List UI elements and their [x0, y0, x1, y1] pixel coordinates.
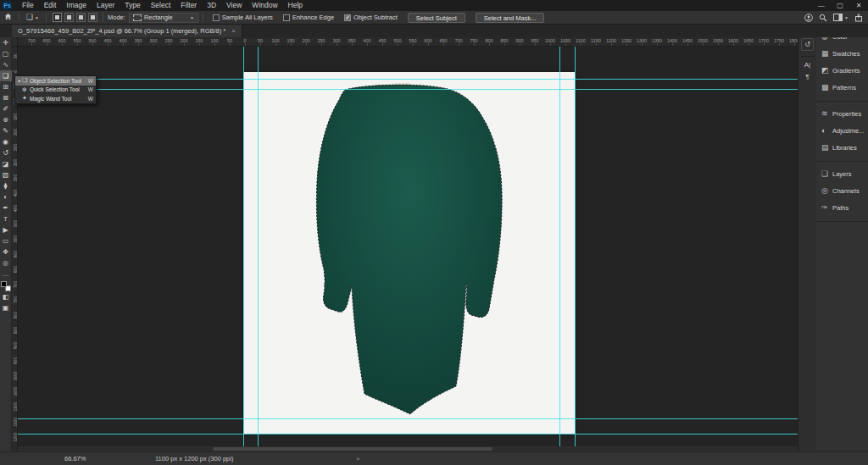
status-options-chevron[interactable]: > [356, 455, 359, 462]
panel-tab-swatches[interactable]: ▦Swatches [816, 45, 868, 62]
checkbox-sample-all-layers[interactable]: Sample All Layers [213, 14, 273, 21]
history-panel-icon[interactable]: ↺ [801, 38, 814, 51]
flyout-magic-wand-tool[interactable]: ✦Magic Wand ToolW [15, 94, 96, 103]
zoom-tool-icon[interactable]: ◎ [0, 257, 12, 268]
select-subject-button[interactable]: Select Subject [408, 13, 465, 23]
mode-dropdown[interactable]: Rectangle ▼ [129, 13, 198, 23]
quick-mask-mode-icon[interactable]: ◧ [0, 291, 12, 302]
history-brush-tool-icon[interactable]: ↺ [0, 147, 12, 158]
menu-type[interactable]: Type [120, 0, 145, 11]
type-tool-icon[interactable]: T [0, 213, 12, 224]
checkbox-box[interactable]: ✓ [344, 14, 351, 21]
eyedropper-tool-icon[interactable]: ✐ [0, 103, 12, 114]
flyout-object-selection-tool[interactable]: ●❏Object Selection ToolW [15, 76, 96, 86]
brush-tool-icon[interactable]: ✎ [0, 125, 12, 136]
home-icon[interactable] [4, 13, 12, 22]
subtract-from-selection-mode-icon[interactable] [76, 13, 86, 22]
select-and-mask-button[interactable]: Select and Mask... [476, 13, 545, 23]
screen-mode-icon[interactable]: ▣ [0, 302, 12, 313]
horizontal-ruler[interactable]: 7006506005505004504003503002502001501005… [18, 37, 798, 47]
edit-toolbar-icon[interactable]: … [0, 268, 12, 280]
intersect-selection-mode-icon[interactable] [88, 13, 97, 22]
panel-tab-adjustments[interactable]: ◐Adjustme... [816, 122, 868, 139]
eraser-tool-icon[interactable]: ◪ [0, 158, 12, 169]
menu-select[interactable]: Select [146, 0, 176, 11]
guide-horizontal[interactable] [18, 434, 798, 435]
panel-tab-libraries[interactable]: ▤Libraries [816, 139, 868, 156]
guide-vertical[interactable] [559, 47, 560, 451]
tab-close-icon[interactable]: × [231, 27, 236, 35]
checkbox-object-subtract[interactable]: ✓Object Subtract [344, 14, 398, 21]
panel-tab-patterns[interactable]: ▩Patterns [816, 79, 868, 96]
lasso-tool-icon[interactable]: ∿ [0, 59, 12, 70]
panel-tab-layers[interactable]: ❏Layers [816, 165, 868, 182]
panel-label: Swatches [832, 50, 860, 58]
object-selection-tool-icon[interactable]: ❏ [0, 70, 12, 81]
move-tool-icon[interactable]: ✛ [0, 37, 12, 48]
dodge-tool-icon[interactable]: ◐ [0, 191, 12, 202]
menu-edit[interactable]: Edit [39, 0, 62, 11]
restore-button[interactable]: ▢ [831, 0, 849, 11]
panel-tab-properties[interactable]: ≋Properties [816, 105, 868, 122]
healing-brush-tool-icon[interactable]: ⊕ [0, 114, 12, 125]
menu-filter[interactable]: Filter [175, 0, 202, 11]
guide-horizontal[interactable] [18, 89, 798, 90]
account-icon[interactable] [804, 14, 813, 22]
hand-tool-icon[interactable]: ✥ [0, 246, 12, 257]
menu-image[interactable]: Image [61, 0, 92, 11]
menu-help[interactable]: Help [283, 0, 308, 11]
share-icon[interactable] [854, 14, 863, 22]
ruler-tick-label: 1100 [574, 38, 587, 43]
panel-tab-paths[interactable]: ✑Paths [816, 199, 868, 216]
blur-tool-icon[interactable]: ⧫ [0, 180, 12, 191]
paragraph-panel-icon[interactable]: ¶ [805, 73, 809, 80]
flyout-item-label: Quick Selection Tool [30, 86, 87, 92]
panel-label: Paths [832, 204, 849, 212]
guide-horizontal[interactable] [18, 418, 798, 419]
gradient-tool-icon[interactable]: ▧ [0, 169, 12, 180]
menu-layer[interactable]: Layer [92, 0, 120, 11]
vertical-ruler[interactable]: 5005010015020025030035040045050055060065… [12, 47, 18, 451]
tool-preset-icon[interactable]: ❏▼ [26, 13, 39, 22]
ruler-tick-label: 300 [13, 156, 18, 169]
checkbox-box[interactable] [213, 14, 220, 21]
path-selection-tool-icon[interactable]: ▶ [0, 224, 12, 235]
guide-vertical[interactable] [575, 47, 576, 451]
guide-vertical[interactable] [243, 47, 244, 451]
panel-group: ≋Properties◐Adjustme...▤Libraries [816, 102, 868, 162]
rectangle-tool-icon[interactable]: ▭ [0, 235, 12, 246]
checkbox-enhance-edge[interactable]: Enhance Edge [283, 14, 334, 21]
zoom-level-field[interactable]: 66.67% [64, 455, 86, 462]
ruler-corner[interactable] [12, 37, 18, 47]
minimize-button[interactable]: — [812, 0, 831, 11]
rectangular-marquee-tool-icon[interactable]: ▢ [0, 48, 12, 59]
checkbox-box[interactable] [283, 14, 290, 21]
search-icon[interactable] [819, 14, 827, 22]
scrollbar-thumb[interactable] [213, 447, 492, 451]
character-panel-icon[interactable]: A| [804, 61, 810, 69]
frame-tool-icon[interactable]: ⊠ [0, 92, 12, 103]
panel-label: Layers [832, 170, 852, 178]
new-selection-mode-icon[interactable] [53, 13, 62, 22]
document-canvas[interactable] [243, 72, 575, 434]
color-swatches[interactable] [1, 281, 11, 291]
menu-3d[interactable]: 3D [202, 0, 221, 11]
menu-view[interactable]: View [221, 0, 247, 11]
workspace-switcher-icon[interactable]: ▼ [833, 14, 849, 21]
guide-vertical[interactable] [258, 47, 259, 451]
menu-window[interactable]: Window [247, 0, 282, 11]
menu-file[interactable]: File [17, 0, 39, 11]
ruler-tick-label: 600 [55, 38, 69, 43]
panel-tab-channels[interactable]: ◎Channels [816, 182, 868, 199]
close-button[interactable]: ✕ [849, 0, 868, 11]
add-to-selection-mode-icon[interactable] [64, 13, 74, 22]
document-tab[interactable]: G_57915466_459_B02_ZP_4.psd @ 66.7% (Gro… [12, 25, 242, 37]
flyout-quick-selection-tool[interactable]: ⊛Quick Selection ToolW [15, 86, 96, 95]
guide-horizontal[interactable] [18, 79, 798, 80]
canvas-area[interactable] [18, 47, 798, 451]
panel-tab-gradients[interactable]: ◩Gradients [816, 62, 868, 79]
clone-stamp-tool-icon[interactable]: ◉ [0, 136, 12, 147]
pen-tool-icon[interactable]: ✒ [0, 202, 12, 213]
foreground-color-swatch[interactable] [1, 281, 7, 287]
crop-tool-icon[interactable]: ⊞ [0, 81, 12, 92]
